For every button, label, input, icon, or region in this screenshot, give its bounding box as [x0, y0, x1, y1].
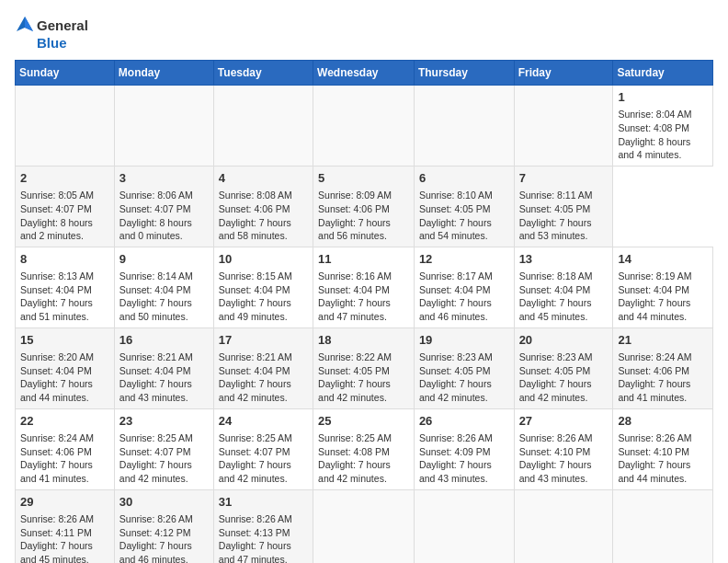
sunset-text: Sunset: 4:04 PM [219, 283, 308, 297]
calendar-day: 2Sunrise: 8:05 AMSunset: 4:07 PMDaylight… [16, 166, 115, 247]
day-number: 12 [419, 251, 509, 268]
daylight-text: Daylight: 7 hours and 44 minutes. [20, 377, 109, 404]
sunrise-text: Sunrise: 8:19 AM [618, 270, 708, 283]
day-number: 6 [419, 170, 509, 187]
day-header-tuesday: Tuesday [213, 61, 313, 86]
calendar-day: 24Sunrise: 8:25 AMSunset: 4:07 PMDayligh… [213, 408, 313, 489]
sunrise-text: Sunrise: 8:13 AM [20, 270, 109, 283]
calendar-day: 27Sunrise: 8:26 AMSunset: 4:10 PMDayligh… [514, 408, 613, 489]
calendar-day: 3Sunrise: 8:06 AMSunset: 4:07 PMDaylight… [114, 166, 213, 247]
daylight-text: Daylight: 7 hours and 43 minutes. [119, 377, 209, 404]
daylight-text: Daylight: 7 hours and 42 minutes. [519, 377, 609, 404]
sunrise-text: Sunrise: 8:06 AM [119, 189, 209, 202]
calendar-header: SundayMondayTuesdayWednesdayThursdayFrid… [16, 61, 713, 86]
sunrise-text: Sunrise: 8:17 AM [419, 270, 509, 283]
day-number: 16 [119, 332, 209, 349]
sunrise-text: Sunrise: 8:25 AM [119, 431, 209, 445]
sunrise-text: Sunrise: 8:26 AM [519, 431, 609, 445]
calendar-week-2: 2Sunrise: 8:05 AMSunset: 4:07 PMDaylight… [16, 166, 713, 247]
sunset-text: Sunset: 4:06 PM [318, 202, 409, 216]
day-number: 13 [519, 251, 609, 268]
sunset-text: Sunset: 4:09 PM [419, 445, 509, 459]
sunset-text: Sunset: 4:07 PM [219, 445, 308, 459]
daylight-text: Daylight: 7 hours and 45 minutes. [20, 539, 109, 563]
day-number: 7 [519, 170, 609, 187]
sunset-text: Sunset: 4:07 PM [119, 202, 209, 216]
sunset-text: Sunset: 4:04 PM [20, 283, 109, 297]
day-header-monday: Monday [114, 61, 213, 86]
calendar-day: 22Sunrise: 8:24 AMSunset: 4:06 PMDayligh… [16, 408, 115, 489]
calendar-table: SundayMondayTuesdayWednesdayThursdayFrid… [15, 60, 713, 563]
day-number: 30 [119, 494, 209, 511]
calendar-day: 31Sunrise: 8:26 AMSunset: 4:13 PMDayligh… [213, 489, 313, 563]
day-number: 29 [20, 494, 109, 511]
page-header: General Blue [15, 15, 713, 51]
sunrise-text: Sunrise: 8:25 AM [318, 431, 409, 445]
calendar-day: 19Sunrise: 8:23 AMSunset: 4:05 PMDayligh… [414, 327, 514, 408]
day-number: 18 [318, 332, 409, 349]
sunrise-text: Sunrise: 8:11 AM [519, 189, 609, 202]
daylight-text: Daylight: 7 hours and 56 minutes. [318, 216, 409, 243]
day-number: 1 [618, 89, 708, 106]
daylight-text: Daylight: 7 hours and 54 minutes. [419, 216, 509, 243]
calendar-day: 20Sunrise: 8:23 AMSunset: 4:05 PMDayligh… [514, 327, 613, 408]
sunrise-text: Sunrise: 8:10 AM [419, 189, 509, 202]
sunset-text: Sunset: 4:08 PM [618, 121, 708, 135]
calendar-day [313, 489, 415, 563]
day-number: 10 [219, 251, 308, 268]
daylight-text: Daylight: 7 hours and 47 minutes. [318, 296, 409, 323]
sunrise-text: Sunrise: 8:09 AM [318, 189, 409, 202]
sunset-text: Sunset: 4:10 PM [519, 445, 609, 459]
sunset-text: Sunset: 4:04 PM [219, 364, 308, 378]
calendar-day: 6Sunrise: 8:10 AMSunset: 4:05 PMDaylight… [414, 166, 514, 247]
day-number: 28 [618, 413, 708, 430]
logo: General Blue [15, 15, 88, 51]
daylight-text: Daylight: 7 hours and 49 minutes. [219, 296, 308, 323]
calendar-day: 23Sunrise: 8:25 AMSunset: 4:07 PMDayligh… [114, 408, 213, 489]
daylight-text: Daylight: 7 hours and 44 minutes. [618, 458, 708, 485]
logo-general-text: General [37, 17, 88, 33]
day-number: 26 [419, 413, 509, 430]
calendar-day [514, 86, 613, 167]
sunset-text: Sunset: 4:05 PM [318, 364, 409, 378]
daylight-text: Daylight: 7 hours and 44 minutes. [618, 296, 708, 323]
day-header-sunday: Sunday [16, 61, 115, 86]
calendar-day: 30Sunrise: 8:26 AMSunset: 4:12 PMDayligh… [114, 489, 213, 563]
calendar-day: 12Sunrise: 8:17 AMSunset: 4:04 PMDayligh… [414, 247, 514, 327]
logo-bird-icon [15, 15, 35, 35]
calendar-day: 10Sunrise: 8:15 AMSunset: 4:04 PMDayligh… [213, 247, 313, 327]
sunrise-text: Sunrise: 8:22 AM [318, 350, 409, 364]
sunset-text: Sunset: 4:04 PM [20, 364, 109, 378]
daylight-text: Daylight: 7 hours and 41 minutes. [618, 377, 708, 404]
sunrise-text: Sunrise: 8:26 AM [20, 512, 109, 526]
sunrise-text: Sunrise: 8:20 AM [20, 350, 109, 364]
day-number: 4 [219, 170, 308, 187]
sunrise-text: Sunrise: 8:24 AM [20, 431, 109, 445]
daylight-text: Daylight: 7 hours and 53 minutes. [519, 216, 609, 243]
sunset-text: Sunset: 4:05 PM [419, 202, 509, 216]
day-number: 14 [618, 251, 708, 268]
sunset-text: Sunset: 4:04 PM [519, 283, 609, 297]
sunset-text: Sunset: 4:04 PM [119, 364, 209, 378]
sunrise-text: Sunrise: 8:21 AM [119, 350, 209, 364]
day-header-thursday: Thursday [414, 61, 514, 86]
day-header-saturday: Saturday [613, 61, 713, 86]
daylight-text: Daylight: 7 hours and 58 minutes. [219, 216, 308, 243]
daylight-text: Daylight: 7 hours and 46 minutes. [119, 539, 209, 563]
calendar-day: 29Sunrise: 8:26 AMSunset: 4:11 PMDayligh… [16, 489, 115, 563]
calendar-day: 8Sunrise: 8:13 AMSunset: 4:04 PMDaylight… [16, 247, 115, 327]
daylight-text: Daylight: 7 hours and 42 minutes. [219, 458, 308, 485]
sunset-text: Sunset: 4:12 PM [119, 526, 209, 540]
day-number: 9 [119, 251, 209, 268]
header-row: SundayMondayTuesdayWednesdayThursdayFrid… [16, 61, 713, 86]
calendar-day [213, 86, 313, 167]
sunrise-text: Sunrise: 8:26 AM [419, 431, 509, 445]
calendar-day: 4Sunrise: 8:08 AMSunset: 4:06 PMDaylight… [213, 166, 313, 247]
calendar-day: 1Sunrise: 8:04 AMSunset: 4:08 PMDaylight… [613, 86, 713, 167]
calendar-day: 13Sunrise: 8:18 AMSunset: 4:04 PMDayligh… [514, 247, 613, 327]
calendar-week-5: 22Sunrise: 8:24 AMSunset: 4:06 PMDayligh… [16, 408, 713, 489]
calendar-week-6: 29Sunrise: 8:26 AMSunset: 4:11 PMDayligh… [16, 489, 713, 563]
sunset-text: Sunset: 4:04 PM [119, 283, 209, 297]
sunset-text: Sunset: 4:07 PM [20, 202, 109, 216]
day-number: 21 [618, 332, 708, 349]
